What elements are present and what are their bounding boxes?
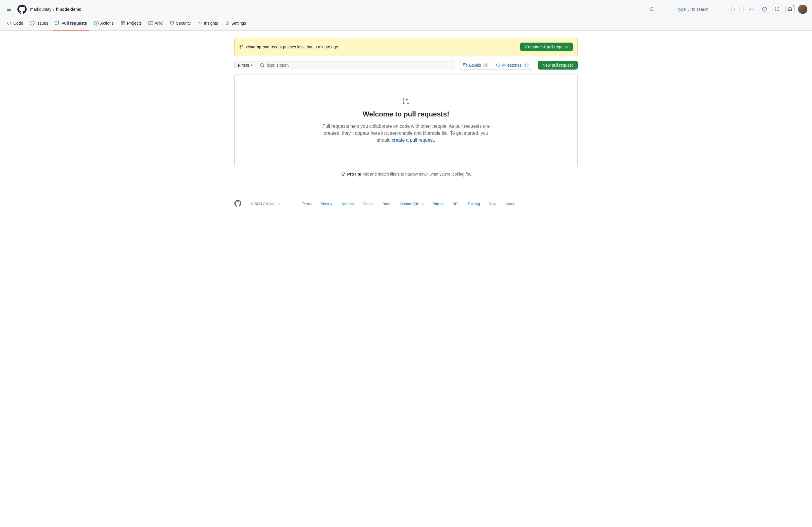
footer: © 2023 GitHub, Inc. Terms Privacy Securi… <box>234 188 578 219</box>
nav-issues[interactable]: Issues <box>28 18 50 31</box>
top-header: markdumay / hinode-demo Type / to search <box>0 0 812 18</box>
footer-links: Terms Privacy Security Status Docs Conta… <box>302 202 515 206</box>
caret-down-icon <box>752 9 754 10</box>
notification-dot <box>792 5 795 7</box>
hamburger-menu-button[interactable] <box>5 5 14 14</box>
shield-icon <box>170 21 174 26</box>
footer-link-training[interactable]: Training <box>467 202 480 206</box>
github-logo[interactable] <box>17 5 27 14</box>
footer-link-about[interactable]: About <box>506 202 514 206</box>
labels-button[interactable]: Labels 9 <box>459 61 492 69</box>
milestones-count: 0 <box>523 63 529 68</box>
empty-state: Welcome to pull requests! Pull requests … <box>234 74 578 167</box>
code-icon <box>7 21 12 26</box>
nav-insights[interactable]: Insights <box>195 18 220 31</box>
create-pr-link[interactable]: create a pull request <box>392 138 434 142</box>
empty-body: Pull requests help you collaborate on co… <box>319 123 493 144</box>
protip: ProTip! Mix and match filters to narrow … <box>234 172 578 177</box>
milestones-button[interactable]: Milestones 0 <box>492 61 533 69</box>
footer-link-privacy[interactable]: Privacy <box>321 202 332 206</box>
footer-link-docs[interactable]: Docs <box>382 202 390 206</box>
global-search[interactable]: Type / to search <box>647 5 740 14</box>
search-icon <box>650 7 654 12</box>
recent-push-notice: develop had recent pushes less than a mi… <box>234 37 578 56</box>
labels-milestones-group: Labels 9 Milestones 0 <box>459 61 533 70</box>
nav-actions[interactable]: Actions <box>92 18 116 31</box>
footer-link-contact[interactable]: Contact GitHub <box>400 202 423 206</box>
github-footer-logo[interactable] <box>234 200 241 208</box>
search-icon <box>260 63 264 67</box>
tag-icon <box>463 63 467 67</box>
footer-link-pricing[interactable]: Pricing <box>433 202 444 206</box>
labels-count: 9 <box>483 63 489 68</box>
pull-request-icon <box>55 21 60 26</box>
nav-projects[interactable]: Projects <box>118 18 144 31</box>
nav-security[interactable]: Security <box>167 18 193 31</box>
gear-icon <box>225 21 230 26</box>
breadcrumb: markdumay / hinode-demo <box>30 7 82 12</box>
search-kbd: / <box>687 7 691 12</box>
book-icon <box>148 21 153 26</box>
pr-search-input[interactable] <box>267 63 450 67</box>
breadcrumb-owner[interactable]: markdumay <box>30 7 51 12</box>
table-icon <box>121 21 125 26</box>
footer-copyright: © 2023 GitHub, Inc. <box>250 202 281 206</box>
issues-button[interactable] <box>760 5 769 14</box>
lightbulb-icon <box>341 172 345 177</box>
notice-text: develop had recent pushes less than a mi… <box>246 45 518 49</box>
breadcrumb-separator: / <box>53 7 54 12</box>
command-palette-icon[interactable] <box>731 6 737 12</box>
nav-pull-requests[interactable]: Pull requests <box>53 18 89 31</box>
filters-dropdown[interactable]: Filters <box>234 61 256 69</box>
search-placeholder: Type / to search <box>656 7 730 12</box>
empty-title: Welcome to pull requests! <box>246 110 566 118</box>
graph-icon <box>198 21 202 26</box>
caret-down-icon <box>250 65 252 66</box>
pull-requests-button[interactable] <box>772 5 782 14</box>
filter-row: Filters Labels 9 Milestones 0 New pull r… <box>234 61 578 70</box>
nav-wiki[interactable]: Wiki <box>146 18 165 31</box>
footer-link-blog[interactable]: Blog <box>489 202 496 206</box>
pull-request-icon <box>246 97 566 105</box>
issue-icon <box>30 21 34 26</box>
footer-link-terms[interactable]: Terms <box>302 202 312 206</box>
play-icon <box>94 21 99 26</box>
footer-link-security[interactable]: Security <box>342 202 354 206</box>
create-new-button[interactable] <box>747 5 756 14</box>
compare-pull-request-button[interactable]: Compare & pull request <box>520 43 573 51</box>
breadcrumb-repo[interactable]: hinode-demo <box>56 7 82 12</box>
new-pull-request-button[interactable]: New pull request <box>538 61 578 70</box>
user-avatar[interactable] <box>798 5 807 14</box>
nav-code[interactable]: Code <box>5 18 25 31</box>
footer-link-api[interactable]: API <box>453 202 458 206</box>
main-content: develop had recent pushes less than a mi… <box>230 31 582 226</box>
branch-icon <box>239 44 244 50</box>
footer-link-status[interactable]: Status <box>363 202 373 206</box>
milestone-icon <box>496 63 501 67</box>
repo-nav: Code Issues Pull requests Actions Projec… <box>0 18 812 31</box>
pr-search[interactable] <box>256 61 454 69</box>
nav-settings[interactable]: Settings <box>223 18 248 31</box>
